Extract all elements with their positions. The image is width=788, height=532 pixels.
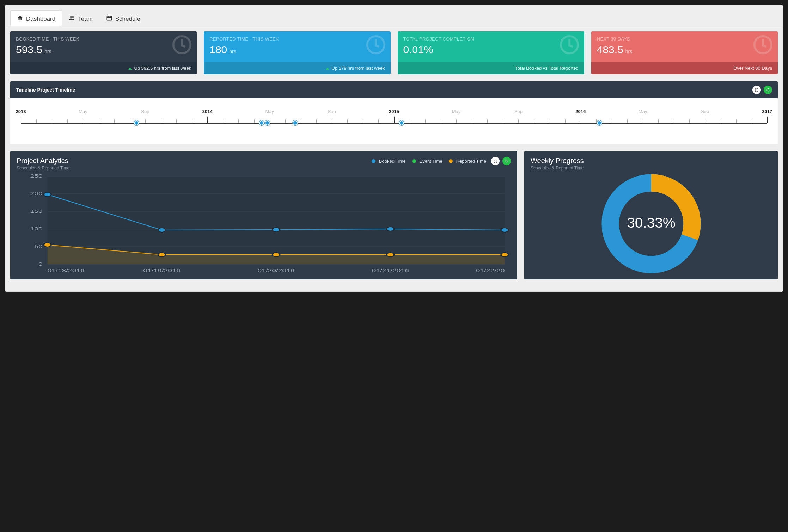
refresh-button[interactable] <box>764 86 772 94</box>
users-icon <box>69 15 75 23</box>
legend-item[interactable]: Reported Time <box>449 159 486 164</box>
svg-text:30.33%: 30.33% <box>627 215 676 231</box>
svg-text:01/18/2016: 01/18/2016 <box>48 268 85 273</box>
stat-value: 0.01% <box>403 44 433 56</box>
stat-reported: REPORTED TIME - THIS WEEK 180 hrs Up 179… <box>204 31 390 74</box>
stat-value: 593.5 <box>16 44 42 56</box>
refresh-button[interactable] <box>502 157 511 165</box>
stat-unit: hrs <box>625 49 632 54</box>
stat-value: 180 <box>209 44 227 56</box>
stat-value: 483.5 <box>597 44 623 56</box>
timeline-event-dot[interactable] <box>265 120 270 125</box>
svg-point-1 <box>72 16 74 18</box>
expand-button[interactable] <box>491 157 500 165</box>
analytics-title: Project Analytics <box>17 157 69 165</box>
stat-footer: Total Booked vs Total Reported <box>398 62 584 74</box>
legend-item[interactable]: Event Time <box>412 159 442 164</box>
clock-icon <box>172 35 192 55</box>
analytics-subtitle: Scheduled & Reported Time <box>17 166 69 171</box>
stats-row: BOOKED TIME - THIS WEEK 593.5 hrs Up 592… <box>10 31 778 74</box>
timeline-chart[interactable]: 2013MaySep2014MaySep2015MaySep2016MaySep… <box>10 98 778 144</box>
svg-point-34 <box>158 253 165 257</box>
home-icon <box>17 15 23 23</box>
svg-point-35 <box>273 253 280 257</box>
legend-item[interactable]: Booked Time <box>372 159 406 164</box>
stat-title: BOOKED TIME - THIS WEEK <box>16 36 191 42</box>
svg-text:200: 200 <box>30 191 43 196</box>
stat-footer: Up 592.5 hrs from last week <box>10 62 197 74</box>
stat-footer: Over Next 30 Days <box>591 62 778 74</box>
weekly-progress-panel: Weekly Progress Scheduled & Reported Tim… <box>524 151 778 279</box>
weekly-subtitle: Scheduled & Reported Time <box>531 166 771 171</box>
svg-point-37 <box>501 253 508 257</box>
expand-button[interactable] <box>752 86 761 94</box>
svg-point-32 <box>501 228 508 232</box>
calendar-icon <box>106 15 112 23</box>
tab-schedule[interactable]: Schedule <box>99 10 147 26</box>
tab-label: Team <box>78 16 93 23</box>
svg-text:250: 250 <box>30 174 43 178</box>
svg-rect-2 <box>107 16 112 20</box>
svg-text:01/20/2016: 01/20/2016 <box>257 268 294 273</box>
caret-up-icon <box>128 68 132 70</box>
main-tabs: Dashboard Team Schedule <box>5 5 783 26</box>
timeline-event-dot[interactable] <box>134 120 139 125</box>
svg-point-31 <box>387 227 394 231</box>
svg-point-29 <box>158 228 165 232</box>
tab-dashboard[interactable]: Dashboard <box>10 10 62 26</box>
svg-point-28 <box>44 192 51 197</box>
svg-point-30 <box>273 228 280 232</box>
svg-point-0 <box>70 16 72 18</box>
timeline-event-dot[interactable] <box>259 120 264 125</box>
stat-title: NEXT 30 DAYS <box>597 36 772 42</box>
clock-icon <box>753 35 773 55</box>
weekly-donut-chart[interactable]: 30.33% <box>600 173 702 275</box>
timeline-panel: Timeline Project Timeline 2013MaySep2014… <box>10 81 778 144</box>
svg-text:01/21/2016: 01/21/2016 <box>372 268 409 273</box>
tab-team[interactable]: Team <box>62 10 99 26</box>
analytics-panel: Project Analytics Scheduled & Reported T… <box>10 151 517 279</box>
caret-up-icon <box>326 68 329 70</box>
timeline-event-dot[interactable] <box>399 120 404 125</box>
clock-icon <box>560 35 579 55</box>
svg-text:01/19/2016: 01/19/2016 <box>143 268 180 273</box>
stat-footer: Up 179 hrs from last week <box>204 62 390 74</box>
svg-text:0: 0 <box>38 262 43 266</box>
timeline-title: Timeline Project Timeline <box>16 87 75 93</box>
analytics-chart[interactable]: 05010015020025001/18/201601/19/201601/20… <box>17 173 511 275</box>
svg-point-36 <box>387 253 394 257</box>
svg-text:100: 100 <box>30 227 43 231</box>
svg-text:01/22/20: 01/22/20 <box>476 268 505 273</box>
svg-text:50: 50 <box>34 244 42 249</box>
svg-point-33 <box>44 243 51 247</box>
timeline-event-dot[interactable] <box>597 120 602 125</box>
tab-label: Schedule <box>115 16 140 23</box>
weekly-title: Weekly Progress <box>531 157 771 165</box>
tab-label: Dashboard <box>26 16 55 23</box>
stat-next30: NEXT 30 DAYS 483.5 hrs Over Next 30 Days <box>591 31 778 74</box>
timeline-event-dot[interactable] <box>293 120 298 125</box>
analytics-legend: Booked TimeEvent TimeReported Time <box>372 159 486 164</box>
dashboard-page: Dashboard Team Schedule BOOKED TIME - TH… <box>5 5 783 292</box>
stat-title: REPORTED TIME - THIS WEEK <box>209 36 385 42</box>
stat-unit: hrs <box>44 49 51 54</box>
stat-booked: BOOKED TIME - THIS WEEK 593.5 hrs Up 592… <box>10 31 197 74</box>
svg-text:150: 150 <box>30 209 43 214</box>
stat-title: TOTAL PROJECT COMPLETION <box>403 36 579 42</box>
stat-completion: TOTAL PROJECT COMPLETION 0.01% Total Boo… <box>398 31 584 74</box>
clock-icon <box>366 35 386 55</box>
stat-unit: hrs <box>229 49 236 54</box>
